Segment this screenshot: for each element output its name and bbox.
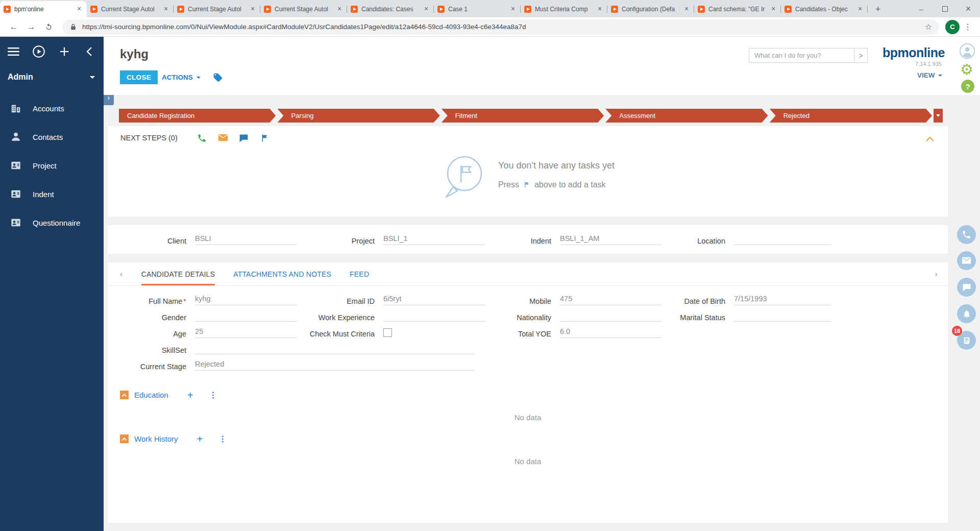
close-button[interactable]: CLOSE	[120, 70, 158, 84]
help-button[interactable]: ?	[961, 80, 974, 93]
bookmark-star-icon[interactable]: ☆	[925, 22, 932, 32]
tags-button[interactable]	[213, 73, 223, 83]
skillset-value[interactable]	[195, 344, 475, 354]
indent-value[interactable]: BSLI_1_AM	[560, 234, 662, 245]
tab-attachments-and-notes[interactable]: ATTACHMENTS AND NOTES	[233, 262, 331, 285]
browser-tab[interactable]: Must Criteria Comp ×	[521, 1, 607, 17]
email-id-value[interactable]: 6i5ryt	[383, 295, 485, 305]
actions-button[interactable]: ACTIONS	[162, 70, 201, 84]
collapse-education-button[interactable]	[120, 391, 129, 399]
calls-panel-button[interactable]	[957, 225, 976, 244]
work-history-menu-icon[interactable]: ⋮	[218, 434, 227, 444]
sidebar-item-indent[interactable]: Indent	[0, 180, 104, 208]
stage-dropdown-button[interactable]	[934, 109, 943, 123]
minimize-button[interactable]: –	[910, 0, 933, 17]
field-age: Age 25	[119, 324, 303, 340]
education-menu-icon[interactable]: ⋮	[209, 390, 217, 400]
view-button[interactable]: VIEW	[917, 71, 942, 79]
chevron-down-icon	[197, 77, 201, 79]
stage-candidate-registration[interactable]: Candidate Registration	[119, 109, 276, 123]
browser-tab[interactable]: Configuration (Defa ×	[607, 1, 694, 17]
collapse-work-history-button[interactable]	[120, 435, 129, 443]
tab-close-icon[interactable]: ×	[162, 5, 170, 13]
url-field[interactable]: https://tmi-sourcing.bpmonline.com/0/Nui…	[62, 19, 939, 35]
browser-tab[interactable]: Card schema: "GE Ir ×	[694, 1, 781, 17]
forward-button[interactable]: →	[23, 19, 39, 35]
stage-rejected[interactable]: Rejected	[770, 109, 932, 123]
location-value[interactable]	[734, 234, 831, 245]
add-email-button[interactable]	[218, 133, 228, 143]
user-avatar-icon	[959, 43, 975, 59]
marital-status-value[interactable]	[734, 311, 831, 322]
tabs-scroll-right-icon[interactable]: ›	[935, 269, 938, 279]
sidebar-item-contacts[interactable]: Contacts	[0, 123, 104, 151]
add-education-button[interactable]: +	[187, 392, 193, 399]
browser-menu-icon[interactable]: ⋮	[962, 22, 974, 32]
tab-close-icon[interactable]: ×	[769, 5, 777, 13]
field-label: Work Experience	[303, 313, 383, 322]
browser-tab[interactable]: Current Stage Autol ×	[87, 1, 174, 17]
total-yoe-value[interactable]: 6.0	[560, 327, 662, 338]
nationality-value[interactable]	[560, 311, 662, 322]
close-window-button[interactable]: ×	[957, 0, 980, 17]
tab-close-icon[interactable]: ×	[422, 5, 430, 13]
current-stage-value[interactable]: Rejected	[195, 360, 475, 371]
sidebar-item-questionnaire[interactable]: Questionnaire	[0, 208, 104, 237]
project-value[interactable]: BSLI_1	[383, 234, 485, 245]
full-name-value[interactable]: kyhg	[195, 295, 297, 305]
browser-tab[interactable]: Current Stage Autol ×	[260, 1, 347, 17]
mobile-value[interactable]: 475	[560, 295, 662, 305]
work-experience-value[interactable]	[383, 311, 485, 322]
tab-close-icon[interactable]: ×	[249, 5, 257, 13]
tab-close-icon[interactable]: ×	[75, 5, 83, 13]
gender-value[interactable]	[195, 311, 297, 322]
refresh-button[interactable]	[41, 19, 56, 35]
email-panel-button[interactable]	[957, 251, 976, 270]
back-button[interactable]: ←	[6, 19, 21, 35]
chat-panel-button[interactable]	[957, 278, 976, 297]
tab-close-icon[interactable]: ×	[682, 5, 691, 13]
date-of-birth-value[interactable]: 7/15/1993	[734, 295, 831, 305]
bpmonline-favicon-icon	[698, 6, 705, 13]
check-must-criteria-checkbox[interactable]	[383, 328, 392, 337]
run-process-button[interactable]	[32, 45, 45, 58]
browser-tab[interactable]: Case 1 ×	[434, 1, 521, 17]
user-profile-button[interactable]	[959, 43, 975, 59]
tab-feed[interactable]: FEED	[350, 262, 369, 285]
bpmonline-favicon-icon	[524, 6, 531, 13]
field-label: Date of Birth	[673, 297, 734, 305]
tab-close-icon[interactable]: ×	[509, 5, 517, 13]
add-work-history-button[interactable]: +	[197, 436, 203, 443]
add-record-button[interactable]	[58, 45, 71, 58]
sidebar-item-project[interactable]: Project	[0, 151, 104, 180]
browser-tab[interactable]: Candidates: Cases ×	[347, 1, 434, 17]
collapse-sidebar-button[interactable]	[83, 45, 96, 58]
add-message-button[interactable]	[239, 133, 249, 143]
browser-profile-avatar[interactable]: C	[945, 20, 960, 34]
stage-parsing[interactable]: Parsing	[277, 109, 439, 123]
age-value[interactable]: 25	[195, 327, 297, 338]
add-call-button[interactable]	[197, 133, 207, 143]
stage-assessment[interactable]: Assessment	[605, 109, 768, 123]
tab-close-icon[interactable]: ×	[335, 5, 344, 13]
collapse-next-steps-button[interactable]	[925, 135, 935, 141]
tab-close-icon[interactable]: ×	[856, 5, 864, 13]
workplace-selector[interactable]: Admin	[0, 58, 104, 82]
browser-tab[interactable]: Candidates - Objec ×	[781, 1, 868, 17]
stage-fitment[interactable]: Fitment	[442, 109, 604, 123]
browser-tab[interactable]: Current Stage Autol ×	[174, 1, 260, 17]
browser-tab[interactable]: bpm'online ×	[0, 1, 87, 17]
notifications-panel-button[interactable]	[957, 304, 976, 323]
maximize-button[interactable]	[933, 0, 957, 17]
tab-close-icon[interactable]: ×	[596, 5, 604, 13]
search-input[interactable]	[749, 52, 854, 59]
tab-candidate-details[interactable]: CANDIDATE DETAILS	[141, 262, 215, 285]
client-value[interactable]: BSLI	[195, 234, 297, 245]
main-menu-button[interactable]	[7, 45, 20, 58]
sidebar-item-accounts[interactable]: Accounts	[0, 94, 104, 123]
new-tab-button[interactable]: +	[871, 2, 885, 16]
settings-button[interactable]: ⚙	[960, 62, 973, 77]
add-task-button[interactable]	[260, 133, 270, 143]
search-go-icon[interactable]: >	[854, 49, 867, 62]
tabs-scroll-left-icon[interactable]: ‹	[120, 269, 123, 279]
